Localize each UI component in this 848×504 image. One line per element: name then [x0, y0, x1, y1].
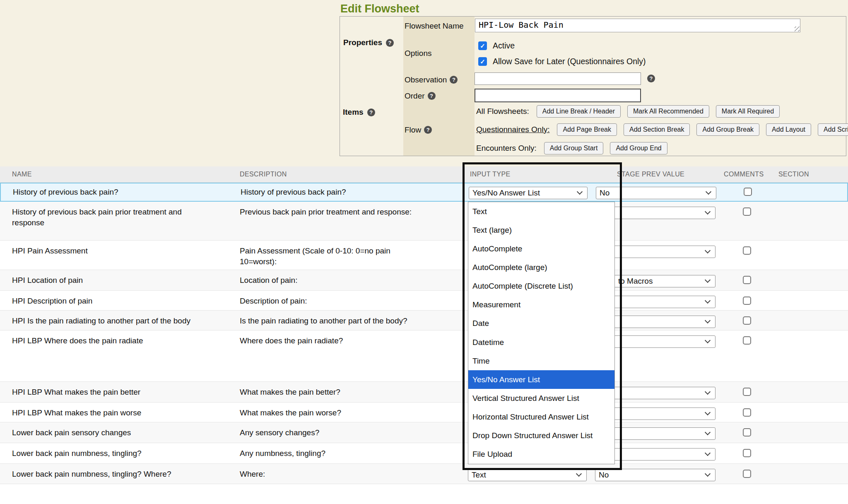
comments-checkbox[interactable]	[743, 449, 751, 457]
row-description: Previous back pain prior treatment and r…	[240, 207, 468, 217]
table-row[interactable]: HPI LBP What makes the pain worse What m…	[0, 403, 848, 422]
row-name: HPI LBP What makes the pain better	[0, 387, 240, 398]
row-name: HPI Location of pain	[0, 275, 240, 286]
row-description: Location of pain:	[240, 275, 468, 286]
flow-action-button[interactable]: Add Group Start	[544, 142, 604, 154]
table-row[interactable]: HPI Pain Assessment Pain Assessment (Sca…	[0, 241, 848, 270]
row-name: Lower back pain numbness, tingling?	[0, 448, 240, 459]
resize-handle-icon[interactable]	[795, 27, 800, 31]
observation-label: Observation ?	[403, 72, 475, 88]
help-icon[interactable]: ?	[428, 92, 436, 100]
dropdown-option[interactable]: Datetime	[468, 333, 614, 352]
table-row[interactable]: HPI LBP What makes the pain better What …	[0, 382, 848, 403]
help-icon[interactable]: ?	[450, 76, 458, 84]
flow-action-button[interactable]: Add Layout	[766, 123, 811, 136]
flow-action-button[interactable]: Mark All Required	[716, 105, 780, 118]
flow-action-button[interactable]: Add Group End	[610, 142, 667, 154]
help-icon[interactable]: ?	[424, 126, 432, 134]
help-icon[interactable]: ?	[386, 39, 394, 47]
flow-action-button[interactable]: Add Page Break	[557, 123, 617, 136]
comments-checkbox[interactable]	[743, 297, 751, 305]
flow-group-label: All Flowsheets:	[476, 107, 529, 116]
flow-label: Flow ?	[403, 104, 475, 156]
column-header-name: NAME	[0, 171, 240, 178]
comments-checkbox[interactable]	[743, 207, 751, 216]
input-type-select[interactable]: Text	[468, 469, 587, 481]
table-row[interactable]: HPI Location of pain Location of pain: t…	[0, 270, 848, 291]
chevron-down-icon	[576, 471, 582, 477]
chevron-down-icon	[705, 429, 711, 435]
chevron-down-icon	[705, 298, 711, 304]
dropdown-option[interactable]: Measurement	[468, 296, 614, 314]
flow-action-button[interactable]: Add Scriptlet	[818, 123, 848, 136]
comments-checkbox[interactable]	[743, 388, 751, 396]
dropdown-option[interactable]: AutoComplete	[468, 239, 614, 258]
row-name: HPI Pain Assessment	[0, 246, 240, 256]
flow-action-button[interactable]: Add Section Break	[624, 123, 690, 136]
flow-group-label: Questionnaires Only:	[476, 125, 549, 134]
table-row[interactable]: HPI Description of pain Description of p…	[0, 291, 848, 311]
edit-flowsheet-screen: Edit Flowsheet Properties ? Items ? Flow…	[0, 0, 848, 504]
chevron-down-icon	[705, 450, 711, 456]
items-label: Items ?	[343, 108, 375, 117]
dropdown-option[interactable]: Drop Down Structured Answer List	[468, 427, 614, 445]
dropdown-option[interactable]: Time	[468, 352, 614, 370]
row-description: Any sensory changes?	[240, 427, 468, 438]
dropdown-option[interactable]: Yes/No Answer List	[468, 370, 614, 389]
allow-save-for-later-checkbox[interactable]	[478, 57, 487, 66]
dropdown-option[interactable]: AutoComplete (large)	[468, 258, 614, 277]
input-type-select[interactable]: Yes/No Answer List	[469, 187, 588, 199]
row-description: Any numbness, tingling?	[240, 448, 468, 459]
table-row[interactable]: History of previous back pain? History o…	[0, 183, 848, 202]
dropdown-option[interactable]: Date	[468, 314, 614, 333]
comments-checkbox[interactable]	[743, 276, 751, 284]
table-row[interactable]: HPI LBP Where does the pain radiate Wher…	[0, 330, 848, 382]
chevron-down-icon	[705, 410, 711, 415]
row-description: History of previous back pain?	[241, 187, 469, 198]
row-name: History of previous back pain?	[1, 187, 241, 198]
row-description: Pain Assessment (Scale of 0-10: 0=no pai…	[240, 246, 468, 267]
dropdown-option[interactable]: AutoComplete (Discrete List)	[468, 277, 614, 296]
comments-checkbox[interactable]	[744, 188, 752, 196]
dropdown-option[interactable]: Horizontal Structured Answer List	[468, 408, 614, 427]
dropdown-option[interactable]: Vertical Structured Answer List	[468, 389, 614, 408]
order-label: Order ?	[403, 88, 475, 104]
stage-prev-value-select[interactable]: No	[595, 469, 716, 481]
row-name: HPI Is the pain radiating to another par…	[0, 316, 240, 326]
column-header-comments: COMMENTS	[722, 171, 778, 178]
chevron-down-icon	[705, 338, 711, 343]
table-row[interactable]: Lower back pain numbness, tingling? Any …	[0, 443, 848, 464]
active-checkbox[interactable]	[478, 41, 487, 50]
stage-prev-value-select[interactable]: No	[596, 187, 716, 199]
comments-checkbox[interactable]	[743, 470, 751, 478]
help-icon[interactable]: ?	[647, 75, 655, 82]
flow-action-button[interactable]: Mark All Recommended	[627, 105, 709, 118]
observation-input[interactable]	[475, 72, 641, 85]
flow-button-group: Add Group StartAdd Group End	[544, 142, 667, 154]
table-row[interactable]: HPI Is the pain radiating to another par…	[0, 311, 848, 330]
help-icon[interactable]: ?	[367, 109, 375, 116]
row-description: Description of pain:	[240, 296, 468, 306]
table-row[interactable]: Lower back pain numbness, tingling? Wher…	[0, 464, 848, 484]
checkbox-label: Allow Save for Later (Questionnaires Onl…	[493, 57, 646, 66]
chevron-down-icon	[705, 318, 711, 323]
dropdown-option[interactable]: File Upload	[468, 445, 614, 464]
comments-checkbox[interactable]	[743, 316, 751, 325]
dropdown-option[interactable]: Text	[468, 202, 614, 221]
dropdown-option[interactable]: Text (large)	[468, 221, 614, 239]
flow-action-button[interactable]: Add Group Break	[696, 123, 759, 136]
comments-checkbox[interactable]	[743, 428, 751, 436]
table-row[interactable]: History of previous back pain prior trea…	[0, 202, 848, 241]
flow-action-button[interactable]: Add Line Break / Header	[537, 105, 621, 118]
chevron-down-icon	[705, 389, 711, 395]
order-input[interactable]	[475, 89, 641, 102]
comments-checkbox[interactable]	[743, 336, 751, 345]
row-description: Where does the pain radiate?	[240, 335, 468, 346]
column-header-description: DESCRIPTION	[240, 171, 468, 178]
row-name: HPI LBP Where does the pain radiate	[0, 335, 240, 346]
comments-checkbox[interactable]	[743, 408, 751, 417]
flowsheet-name-input[interactable]: HPI-Low Back Pain	[475, 19, 800, 32]
flowsheet-name-label: Flowsheet Name	[403, 17, 475, 35]
comments-checkbox[interactable]	[743, 246, 751, 255]
table-row[interactable]: Lower back pain sensory changes Any sens…	[0, 422, 848, 443]
